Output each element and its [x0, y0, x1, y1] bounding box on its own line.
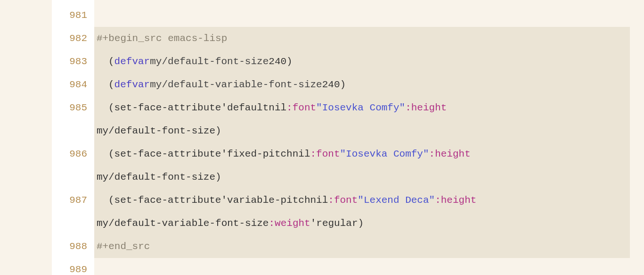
string-literal: "Lexend Deca" — [358, 193, 435, 207]
code-line: (set-face-attribute 'fixed-pitch nil :fo… — [94, 142, 630, 166]
line-number: 987 — [52, 189, 87, 212]
line-number-wrap — [52, 212, 87, 235]
paren: ( — [108, 193, 114, 207]
org-directive: #+end_src — [97, 240, 150, 253]
code-content[interactable]: #+begin_src emacs-lisp (defvar my/defaul… — [94, 0, 644, 275]
paren: ) — [358, 217, 364, 230]
paren: ( — [108, 101, 114, 115]
keyword-defvar: defvar — [114, 55, 150, 68]
keyword-attr: :font — [286, 101, 316, 115]
code-line: #+end_src — [94, 235, 630, 258]
quote: ' — [221, 101, 227, 115]
line-number-gutter: 981 982 983 984 985 986 987 988 989 — [52, 0, 94, 275]
keyword-attr: :font — [328, 193, 358, 207]
nil: nil — [310, 193, 328, 207]
keyword-attr: :weight — [269, 217, 310, 230]
line-number: 981 — [52, 4, 87, 27]
left-margin — [9, 0, 52, 275]
code-line-wrap: my/default-font-size) — [94, 119, 630, 142]
code-line: (set-face-attribute 'default nil :font "… — [94, 96, 630, 119]
quote: ' — [221, 147, 227, 161]
code-line — [94, 258, 630, 275]
nil: nil — [293, 147, 310, 161]
quote: ' — [221, 193, 227, 207]
line-number-wrap — [52, 166, 87, 189]
keyword-attr: :height — [429, 147, 471, 161]
variable-ref: my/default-variable-font-size — [97, 217, 269, 230]
code-line: (set-face-attribute 'variable-pitch nil … — [94, 189, 630, 212]
code-editor: 981 982 983 984 985 986 987 988 989 #+be… — [0, 0, 644, 275]
string-literal: "Iosevka Comfy" — [340, 147, 429, 161]
face-name: default — [227, 101, 269, 115]
paren: ( — [108, 78, 114, 92]
string-literal: "Iosevka Comfy" — [316, 101, 405, 115]
line-number: 985 — [52, 96, 87, 119]
variable-name: my/default-variable-font-size — [150, 78, 322, 92]
line-number: 988 — [52, 235, 87, 258]
code-line: #+begin_src emacs-lisp — [94, 27, 630, 50]
line-number-wrap — [52, 119, 87, 142]
keyword-attr: :height — [435, 193, 476, 207]
code-line — [94, 4, 630, 27]
face-name: fixed-pitch — [227, 147, 293, 161]
quote: ' — [310, 217, 317, 230]
function-call: set-face-attribute — [114, 147, 221, 161]
line-number: 983 — [52, 50, 87, 73]
paren: ) — [286, 55, 293, 68]
number-literal: 240 — [322, 78, 340, 92]
variable-ref: my/default-font-size) — [97, 124, 221, 138]
code-line-wrap: my/default-font-size) — [94, 166, 630, 189]
paren: ( — [108, 147, 114, 161]
variable-name: my/default-font-size — [150, 55, 269, 68]
org-directive: #+begin_src emacs-lisp — [97, 32, 227, 45]
nil: nil — [269, 101, 286, 115]
keyword-attr: :font — [310, 147, 340, 161]
variable-ref: my/default-font-size) — [97, 170, 221, 184]
keyword-defvar: defvar — [114, 78, 150, 92]
paren: ) — [340, 78, 346, 92]
line-number: 982 — [52, 27, 87, 50]
symbol-literal: regular — [316, 217, 358, 230]
function-call: set-face-attribute — [114, 101, 221, 115]
face-name: variable-pitch — [227, 193, 310, 207]
line-number: 989 — [52, 258, 87, 275]
code-line: (defvar my/default-font-size 240) — [94, 50, 630, 73]
number-literal: 240 — [269, 55, 286, 68]
line-number: 986 — [52, 142, 87, 166]
function-call: set-face-attribute — [114, 193, 221, 207]
paren: ( — [108, 55, 114, 68]
line-number: 984 — [52, 73, 87, 96]
code-line: (defvar my/default-variable-font-size 24… — [94, 73, 630, 96]
keyword-attr: :height — [405, 101, 447, 115]
code-line-wrap: my/default-variable-font-size :weight 'r… — [94, 212, 630, 235]
